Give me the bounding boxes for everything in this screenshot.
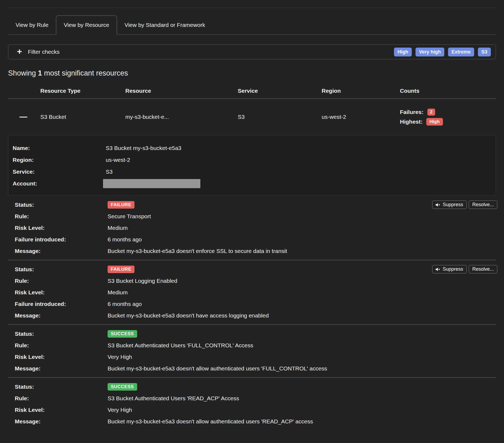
tab-view-by-standard[interactable]: View by Standard or Framework <box>117 16 213 34</box>
name-value: S3 Bucket my-s3-bucket-e5a3 <box>106 145 181 151</box>
check-status-row: Status: SUCCESS <box>8 328 496 340</box>
rule-label: Rule: <box>15 213 108 220</box>
message-label: Message: <box>15 418 108 425</box>
security-checks-screen: View by Rule View by Resource View by St… <box>0 0 504 443</box>
detail-row-region: Region: us-west-2 <box>13 154 491 166</box>
check-status-row: Status: FAILURE Suppress Resolve... <box>8 263 496 275</box>
check-entry: Status: FAILURE Suppress Resolve... Rule… <box>8 260 496 324</box>
header-resource: Resource <box>125 81 238 98</box>
tab-view-by-resource[interactable]: View by Resource <box>56 15 117 35</box>
header-resource-type: Resource Type <box>40 81 125 98</box>
status-badge: SUCCESS <box>108 330 137 338</box>
tab-view-by-rule[interactable]: View by Rule <box>8 16 56 34</box>
add-filter-icon[interactable]: + <box>17 47 22 56</box>
header-region: Region <box>322 81 400 98</box>
view-tabs: View by Rule View by Resource View by St… <box>8 15 496 35</box>
message-label: Message: <box>15 365 108 372</box>
message-label: Message: <box>15 312 108 319</box>
filter-badges: High Very high Extreme S3 <box>394 48 491 56</box>
collapse-icon[interactable] <box>19 117 27 117</box>
resource-detail-panel: Name: S3 Bucket my-s3-bucket-e5a3 Region… <box>8 135 496 196</box>
failure-introduced-label: Failure introduced: <box>15 236 108 243</box>
risk-level-label: Risk Level: <box>15 407 108 413</box>
resolve-button[interactable]: Resolve... <box>469 201 497 209</box>
rule-value: S3 Bucket Logging Enabled <box>108 278 177 284</box>
check-entry: Status: SUCCESS Rule:S3 Bucket Authentic… <box>8 378 496 430</box>
header-service: Service <box>238 81 322 98</box>
status-label: Status: <box>15 202 108 208</box>
failure-introduced-value: 6 months ago <box>108 301 142 307</box>
risk-level-label: Risk Level: <box>15 225 108 231</box>
cell-resource-type: S3 Bucket <box>40 99 125 135</box>
check-entry: Status: SUCCESS Rule:S3 Bucket Authentic… <box>8 325 496 377</box>
check-status-row: Status: FAILURE Suppress Resolve... <box>8 199 496 210</box>
name-label: Name: <box>13 145 106 151</box>
rule-value: S3 Bucket Authenticated Users 'READ_ACP'… <box>108 395 239 402</box>
mute-icon <box>436 203 441 207</box>
highest-risk-badge: High <box>426 118 443 126</box>
account-label: Account: <box>13 180 106 187</box>
detail-row-service: Service: S3 <box>13 166 491 178</box>
cell-counts: Failures: 2 Highest: High <box>400 99 496 135</box>
rule-label: Rule: <box>15 342 108 349</box>
message-label: Message: <box>15 248 108 254</box>
suppress-button[interactable]: Suppress <box>432 265 467 273</box>
message-value: Bucket my-s3-bucket-e5a3 doesn't allow a… <box>108 365 327 372</box>
results-summary: Showing 1 most significant resources <box>8 69 496 77</box>
account-redacted-value <box>103 179 200 188</box>
check-actions: Suppress Resolve... <box>432 265 497 273</box>
cell-service: S3 <box>238 99 322 135</box>
rule-label: Rule: <box>15 278 108 284</box>
filter-badge-extreme[interactable]: Extreme <box>448 48 474 56</box>
highest-label: Highest: <box>400 119 423 125</box>
risk-level-value: Medium <box>108 225 128 231</box>
risk-level-value: Very High <box>108 354 132 360</box>
filter-checks-label: Filter checks <box>28 49 60 55</box>
risk-level-value: Medium <box>108 289 128 296</box>
region-value: us-west-2 <box>106 157 130 163</box>
resources-table: Resource Type Resource Service Region Co… <box>8 81 496 135</box>
service-value: S3 <box>106 169 113 175</box>
suppress-button[interactable]: Suppress <box>432 201 467 209</box>
risk-level-label: Risk Level: <box>15 289 108 296</box>
status-badge: SUCCESS <box>108 383 137 391</box>
risk-level-value: Very High <box>108 407 132 413</box>
detail-row-name: Name: S3 Bucket my-s3-bucket-e5a3 <box>13 142 491 154</box>
filter-badge-very-high[interactable]: Very high <box>416 48 444 56</box>
cell-resource[interactable]: my-s3-bucket-e... <box>125 99 238 135</box>
service-label: Service: <box>13 169 106 175</box>
suppress-label: Suppress <box>443 266 463 272</box>
mute-icon <box>436 267 441 271</box>
filter-badge-high[interactable]: High <box>394 48 412 56</box>
failures-count-badge: 2 <box>427 109 435 116</box>
resolve-label: Resolve... <box>472 266 494 272</box>
rule-value: S3 Bucket Authenticated Users 'FULL_CONT… <box>108 342 253 349</box>
region-label: Region: <box>13 157 106 163</box>
status-label: Status: <box>15 266 108 273</box>
message-value: Bucket my-s3-bucket-e5a3 doesn't allow a… <box>108 418 313 425</box>
check-actions: Suppress Resolve... <box>432 201 497 209</box>
message-value: Bucket my-s3-bucket-e5a3 doesn't have ac… <box>108 312 269 319</box>
filter-checks-bar[interactable]: + Filter checks High Very high Extreme S… <box>8 44 496 59</box>
check-status-row: Status: SUCCESS <box>8 381 496 392</box>
header-expander <box>8 81 40 98</box>
resolve-button[interactable]: Resolve... <box>469 265 497 273</box>
rule-value: Secure Transport <box>108 213 151 220</box>
status-label: Status: <box>15 331 108 337</box>
detail-row-account: Account: <box>13 178 491 190</box>
top-divider <box>8 8 496 8</box>
rule-label: Rule: <box>15 395 108 402</box>
cell-region: us-west-2 <box>322 99 400 135</box>
check-entry: Status: FAILURE Suppress Resolve... Rule… <box>8 196 496 260</box>
failures-label: Failures: <box>400 109 424 115</box>
status-badge: FAILURE <box>108 201 134 209</box>
suppress-label: Suppress <box>443 202 463 208</box>
message-value: Bucket my-s3-bucket-e5a3 doesn't enforce… <box>108 248 287 254</box>
failure-introduced-value: 6 months ago <box>108 236 142 243</box>
filter-badge-s3[interactable]: S3 <box>478 48 491 56</box>
header-counts: Counts <box>400 81 496 98</box>
row-collapse-toggle[interactable] <box>8 99 40 135</box>
risk-level-label: Risk Level: <box>15 354 108 360</box>
resolve-label: Resolve... <box>472 202 494 208</box>
status-badge: FAILURE <box>108 266 134 273</box>
